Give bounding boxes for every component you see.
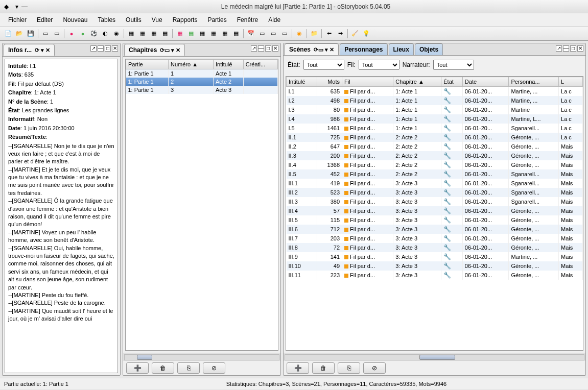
menu-editer[interactable]: Editer (33, 14, 57, 26)
col-date[interactable]: Date (462, 77, 509, 87)
table-row[interactable]: II.3200Fil par d...2: Acte 2🔧06-01-20...… (287, 151, 583, 160)
chapitres-table[interactable]: Partie Numéro ▲ Intitulé Créati... 1: Pa… (126, 59, 278, 94)
clean-icon[interactable]: 🧹 (350, 29, 360, 39)
table-row[interactable]: III.457Fil par d...3: Acte 3🔧06-01-20...… (287, 206, 583, 215)
table-row[interactable]: 1: Partie 13Acte 3 (126, 86, 278, 94)
col-intitule[interactable]: Intitulé (214, 60, 244, 69)
tab-personnages[interactable]: Personnages (340, 43, 387, 55)
tbl-location-icon[interactable]: ▦ (186, 29, 196, 39)
tab-lieux[interactable]: Lieux (389, 43, 414, 55)
item-icon[interactable]: ⚽ (89, 29, 99, 39)
filter-etat[interactable]: Tout (303, 60, 344, 70)
book-icon[interactable]: ▭ (40, 29, 51, 39)
tbl-person-icon[interactable]: ▦ (175, 29, 185, 39)
col-etat[interactable]: État (441, 77, 463, 87)
copy-button[interactable]: ⎘ (177, 362, 200, 374)
forward-icon[interactable]: ➡ (335, 29, 345, 39)
filter-fil[interactable]: Tout (359, 60, 399, 70)
tab-infos[interactable]: Infos r...⟳ ▾ ✕ (4, 44, 55, 56)
notes-icon[interactable]: ▭ (257, 29, 267, 39)
col-l[interactable]: L (559, 77, 583, 87)
edit-button[interactable]: ⊘ (363, 362, 386, 374)
menu-parties[interactable]: Parties (203, 14, 230, 26)
col-chapitre[interactable]: Chapitre ▲ (393, 77, 441, 87)
menu-aide[interactable]: Aide (264, 14, 285, 26)
table-row[interactable]: III.5115Fil par d...3: Acte 3🔧06-01-20..… (287, 215, 583, 225)
plan-icon[interactable]: ▭ (279, 29, 290, 39)
table-row[interactable]: I.2498Fil par d...1: Acte 1🔧06-01-20...M… (287, 96, 583, 105)
table-row[interactable]: III.872Fil par d...3: Acte 3🔧06-01-20...… (287, 243, 583, 252)
menu-fichier[interactable]: Fichier (4, 14, 31, 26)
tbl-idea-icon[interactable]: ▦ (220, 29, 230, 39)
menu-nouveau[interactable]: Nouveau (59, 14, 91, 26)
copy-button[interactable]: ⎘ (338, 362, 360, 374)
add-button[interactable]: ➕ (126, 362, 149, 374)
table-row[interactable]: II.5452Fil par d...2: Acte 2🔧06-01-20...… (287, 169, 583, 179)
col-intitule[interactable]: Intitulé (287, 77, 317, 87)
tree-icon[interactable]: ▦ (137, 29, 148, 39)
tbl-tag-icon[interactable]: ▦ (208, 29, 219, 39)
col-fil[interactable]: Fil (342, 77, 393, 87)
stop-icon[interactable]: — (21, 3, 28, 10)
col-numero[interactable]: Numéro ▲ (169, 60, 214, 69)
delete-button[interactable]: 🗑 (152, 362, 174, 374)
menu-fenetre[interactable]: Fenêtre (233, 14, 262, 26)
panel-controls[interactable]: ↗—□✕ (251, 45, 278, 52)
back-icon[interactable]: ⬅ (324, 29, 334, 39)
memo-icon[interactable]: ▭ (268, 29, 278, 39)
table-row[interactable]: I.51461Fil par d...1: Acte 1🔧06-01-20...… (287, 124, 583, 133)
table-row[interactable]: 1: Partie 11Acte 1 (126, 69, 278, 78)
table-row[interactable]: III.9141Fil par d...3: Acte 3🔧06-01-20..… (287, 252, 583, 261)
relation-icon[interactable]: ◉ (111, 29, 122, 39)
col-creation[interactable]: Créati... (243, 60, 277, 69)
col-personna[interactable]: Personna... (509, 77, 559, 87)
table-row[interactable]: III.11223Fil par d...3: Acte 3🔧06-01-20.… (287, 271, 583, 280)
board-icon[interactable]: ▦ (160, 29, 170, 39)
filter-narrateur[interactable]: Tout (433, 60, 474, 70)
tab-scenes[interactable]: Scènes⟳▭ ▾ ✕ (285, 43, 339, 55)
tag-icon[interactable]: ◐ (100, 29, 110, 39)
menu-rapports[interactable]: Rapports (169, 14, 202, 26)
edit-button[interactable]: ⊘ (203, 362, 225, 374)
menu-outils[interactable]: Outils (122, 14, 146, 26)
table-row[interactable]: I.1635Fil par d...1: Acte 1🔧06-01-20...M… (287, 87, 583, 96)
tab-objets[interactable]: Objets (415, 43, 443, 55)
col-partie[interactable]: Partie (126, 60, 169, 69)
table-row[interactable]: III.7203Fil par d...3: Acte 3🔧06-01-20..… (287, 234, 583, 243)
menu-tables[interactable]: Tables (93, 14, 120, 26)
open-icon[interactable]: 📂 (14, 29, 25, 39)
folder-icon[interactable]: 📁 (309, 29, 319, 39)
table-row[interactable]: III.1049Fil par d...3: Acte 3🔧06-01-20..… (287, 261, 583, 271)
table-row[interactable]: III.2523Fil par d...3: Acte 3🔧06-01-20..… (287, 188, 583, 197)
table-row[interactable]: 1: Partie 12Acte 2 (126, 78, 278, 86)
minimize-icon[interactable]: ▾ (15, 3, 18, 10)
panel-controls[interactable]: ↗—□✕ (556, 45, 583, 52)
person-icon[interactable]: ● (66, 29, 77, 39)
table-row[interactable]: III.6712Fil par d...3: Acte 3🔧06-01-20..… (287, 225, 583, 234)
delete-button[interactable]: 🗑 (312, 362, 335, 374)
add-button[interactable]: ➕ (287, 362, 309, 374)
calendar-icon[interactable]: 📅 (246, 29, 256, 39)
table-row[interactable]: III.1419Fil par d...3: Acte 3🔧06-01-20..… (287, 179, 583, 188)
col-mots[interactable]: Mots (317, 77, 342, 87)
menu-vue[interactable]: Vue (148, 14, 167, 26)
idea-icon[interactable]: 💡 (361, 29, 371, 39)
scenes-table[interactable]: Intitulé Mots Fil Chapitre ▲ État Date P… (286, 77, 583, 280)
table-row[interactable]: II.41368Fil par d...2: Acte 2🔧06-01-20..… (287, 160, 583, 169)
panel-controls[interactable]: ↗—□✕ (90, 45, 118, 52)
scrollbar[interactable] (284, 353, 585, 361)
new-icon[interactable]: 📄 (3, 29, 13, 39)
tab-chapitres[interactable]: Chapitres⟳▭ ▾ ✕ (124, 44, 185, 56)
doc-icon[interactable]: ▭ (52, 29, 62, 39)
table-row[interactable]: III.3380Fil par d...3: Acte 3🔧06-01-20..… (287, 197, 583, 206)
table-row[interactable]: I.380Fil par d...1: Acte 1🔧06-01-20...Ma… (287, 105, 583, 114)
tbl-memo-icon[interactable]: ▦ (231, 29, 241, 39)
spiral-icon[interactable]: ◉ (294, 29, 304, 39)
table-row[interactable]: II.2647Fil par d...2: Acte 2🔧06-01-20...… (287, 142, 583, 151)
table-row[interactable]: II.1725Fil par d...2: Acte 2🔧06-01-20...… (287, 133, 583, 142)
tbl-item-icon[interactable]: ▦ (197, 29, 207, 39)
location-icon[interactable]: ● (78, 29, 88, 39)
scrollbar[interactable] (123, 353, 280, 361)
table-row[interactable]: I.4986Fil par d...1: Acte 1🔧06-01-20...M… (287, 114, 583, 124)
save-icon[interactable]: 💾 (26, 29, 36, 39)
